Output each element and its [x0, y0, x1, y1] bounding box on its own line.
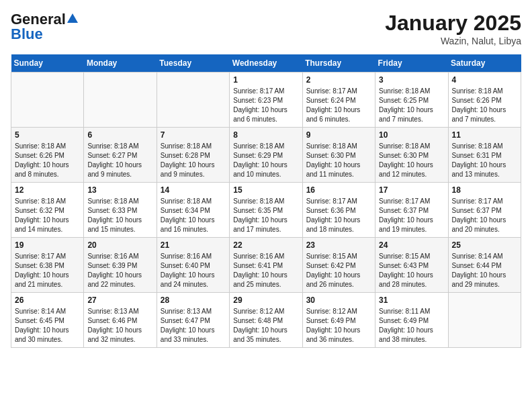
day-info: Sunrise: 8:18 AMSunset: 6:25 PMDaylight:… [379, 87, 444, 124]
day-cell [448, 293, 521, 348]
day-cell: 18Sunrise: 8:17 AMSunset: 6:37 PMDayligh… [448, 183, 521, 238]
day-cell: 8Sunrise: 8:18 AMSunset: 6:29 PMDaylight… [230, 128, 302, 183]
day-cell: 1Sunrise: 8:17 AMSunset: 6:23 PMDaylight… [230, 73, 302, 128]
week-row-5: 26Sunrise: 8:14 AMSunset: 6:45 PMDayligh… [11, 293, 521, 348]
page-header: General Blue January 2025 Wazin, Nalut, … [11, 11, 521, 46]
day-info: Sunrise: 8:18 AMSunset: 6:28 PMDaylight:… [161, 142, 226, 179]
day-cell [11, 73, 84, 128]
day-cell: 11Sunrise: 8:18 AMSunset: 6:31 PMDayligh… [448, 128, 521, 183]
day-number: 18 [452, 185, 517, 195]
day-number: 26 [15, 295, 80, 305]
day-number: 22 [233, 240, 298, 250]
day-cell: 23Sunrise: 8:15 AMSunset: 6:42 PMDayligh… [302, 238, 375, 293]
week-row-2: 5Sunrise: 8:18 AMSunset: 6:26 PMDaylight… [11, 128, 521, 183]
week-row-4: 19Sunrise: 8:17 AMSunset: 6:38 PMDayligh… [11, 238, 521, 293]
day-info: Sunrise: 8:18 AMSunset: 6:30 PMDaylight:… [379, 142, 444, 179]
day-info: Sunrise: 8:13 AMSunset: 6:47 PMDaylight:… [161, 307, 226, 345]
day-cell: 12Sunrise: 8:18 AMSunset: 6:32 PMDayligh… [11, 183, 84, 238]
logo: General Blue [11, 11, 79, 43]
day-info: Sunrise: 8:17 AMSunset: 6:37 PMDaylight:… [379, 197, 444, 234]
day-info: Sunrise: 8:18 AMSunset: 6:30 PMDaylight:… [306, 142, 371, 179]
day-number: 7 [161, 130, 226, 140]
weekday-header-saturday: Saturday [448, 54, 521, 73]
day-cell: 31Sunrise: 8:11 AMSunset: 6:49 PMDayligh… [375, 293, 448, 348]
day-info: Sunrise: 8:17 AMSunset: 6:37 PMDaylight:… [452, 197, 517, 234]
day-cell: 30Sunrise: 8:12 AMSunset: 6:49 PMDayligh… [302, 293, 375, 348]
day-cell: 24Sunrise: 8:15 AMSunset: 6:43 PMDayligh… [375, 238, 448, 293]
day-info: Sunrise: 8:18 AMSunset: 6:34 PMDaylight:… [161, 197, 226, 234]
day-number: 9 [306, 130, 371, 140]
day-info: Sunrise: 8:18 AMSunset: 6:31 PMDaylight:… [452, 142, 517, 179]
day-cell: 15Sunrise: 8:18 AMSunset: 6:35 PMDayligh… [230, 183, 302, 238]
day-number: 12 [15, 185, 80, 195]
day-info: Sunrise: 8:18 AMSunset: 6:27 PMDaylight:… [87, 142, 152, 179]
day-number: 6 [87, 130, 152, 140]
day-number: 20 [87, 240, 152, 250]
day-cell: 2Sunrise: 8:17 AMSunset: 6:24 PMDaylight… [302, 73, 375, 128]
day-number: 17 [379, 185, 444, 195]
weekday-header-wednesday: Wednesday [230, 54, 302, 73]
weekday-header-monday: Monday [84, 54, 157, 73]
day-info: Sunrise: 8:12 AMSunset: 6:48 PMDaylight:… [233, 307, 298, 345]
day-cell: 4Sunrise: 8:18 AMSunset: 6:26 PMDaylight… [448, 73, 521, 128]
day-number: 11 [452, 130, 517, 140]
day-info: Sunrise: 8:18 AMSunset: 6:26 PMDaylight:… [452, 87, 517, 124]
day-cell: 9Sunrise: 8:18 AMSunset: 6:30 PMDaylight… [302, 128, 375, 183]
day-number: 1 [233, 75, 298, 85]
day-cell [157, 73, 229, 128]
day-number: 28 [161, 295, 226, 305]
weekday-header-thursday: Thursday [302, 54, 375, 73]
day-info: Sunrise: 8:18 AMSunset: 6:35 PMDaylight:… [233, 197, 298, 234]
day-cell: 22Sunrise: 8:16 AMSunset: 6:41 PMDayligh… [230, 238, 302, 293]
day-cell: 10Sunrise: 8:18 AMSunset: 6:30 PMDayligh… [375, 128, 448, 183]
day-number: 21 [161, 240, 226, 250]
day-info: Sunrise: 8:18 AMSunset: 6:32 PMDaylight:… [15, 197, 80, 234]
week-row-1: 1Sunrise: 8:17 AMSunset: 6:23 PMDaylight… [11, 73, 521, 128]
day-cell: 17Sunrise: 8:17 AMSunset: 6:37 PMDayligh… [375, 183, 448, 238]
day-number: 19 [15, 240, 80, 250]
weekday-header-row: SundayMondayTuesdayWednesdayThursdayFrid… [11, 54, 521, 73]
calendar-table: SundayMondayTuesdayWednesdayThursdayFrid… [11, 54, 521, 348]
day-number: 25 [452, 240, 517, 250]
day-info: Sunrise: 8:18 AMSunset: 6:33 PMDaylight:… [87, 197, 152, 234]
day-cell: 29Sunrise: 8:12 AMSunset: 6:48 PMDayligh… [230, 293, 302, 348]
day-info: Sunrise: 8:14 AMSunset: 6:45 PMDaylight:… [15, 307, 80, 345]
day-info: Sunrise: 8:17 AMSunset: 6:38 PMDaylight:… [15, 252, 80, 289]
day-cell: 19Sunrise: 8:17 AMSunset: 6:38 PMDayligh… [11, 238, 84, 293]
weekday-header-friday: Friday [375, 54, 448, 73]
day-info: Sunrise: 8:11 AMSunset: 6:49 PMDaylight:… [379, 307, 444, 345]
day-number: 29 [233, 295, 298, 305]
day-number: 31 [379, 295, 444, 305]
weekday-header-tuesday: Tuesday [157, 54, 229, 73]
svg-marker-0 [67, 13, 78, 23]
day-info: Sunrise: 8:16 AMSunset: 6:39 PMDaylight:… [87, 252, 152, 289]
day-cell: 20Sunrise: 8:16 AMSunset: 6:39 PMDayligh… [84, 238, 157, 293]
day-cell: 13Sunrise: 8:18 AMSunset: 6:33 PMDayligh… [84, 183, 157, 238]
day-info: Sunrise: 8:18 AMSunset: 6:26 PMDaylight:… [15, 142, 80, 179]
day-cell: 25Sunrise: 8:14 AMSunset: 6:44 PMDayligh… [448, 238, 521, 293]
day-info: Sunrise: 8:12 AMSunset: 6:49 PMDaylight:… [306, 307, 371, 345]
day-number: 23 [306, 240, 371, 250]
day-number: 16 [306, 185, 371, 195]
day-cell: 3Sunrise: 8:18 AMSunset: 6:25 PMDaylight… [375, 73, 448, 128]
day-info: Sunrise: 8:17 AMSunset: 6:23 PMDaylight:… [233, 87, 298, 124]
day-info: Sunrise: 8:16 AMSunset: 6:41 PMDaylight:… [233, 252, 298, 289]
day-number: 8 [233, 130, 298, 140]
day-number: 24 [379, 240, 444, 250]
day-number: 5 [15, 130, 80, 140]
day-info: Sunrise: 8:15 AMSunset: 6:42 PMDaylight:… [306, 252, 371, 289]
day-cell [84, 73, 157, 128]
day-info: Sunrise: 8:14 AMSunset: 6:44 PMDaylight:… [452, 252, 517, 289]
day-number: 2 [306, 75, 371, 85]
day-info: Sunrise: 8:15 AMSunset: 6:43 PMDaylight:… [379, 252, 444, 289]
weekday-header-sunday: Sunday [11, 54, 84, 73]
day-number: 15 [233, 185, 298, 195]
day-cell: 26Sunrise: 8:14 AMSunset: 6:45 PMDayligh… [11, 293, 84, 348]
day-cell: 21Sunrise: 8:16 AMSunset: 6:40 PMDayligh… [157, 238, 229, 293]
logo-icon [66, 12, 79, 24]
day-cell: 16Sunrise: 8:17 AMSunset: 6:36 PMDayligh… [302, 183, 375, 238]
day-cell: 28Sunrise: 8:13 AMSunset: 6:47 PMDayligh… [157, 293, 229, 348]
title-block: January 2025 Wazin, Nalut, Libya [385, 11, 521, 46]
day-number: 27 [87, 295, 152, 305]
day-number: 13 [87, 185, 152, 195]
